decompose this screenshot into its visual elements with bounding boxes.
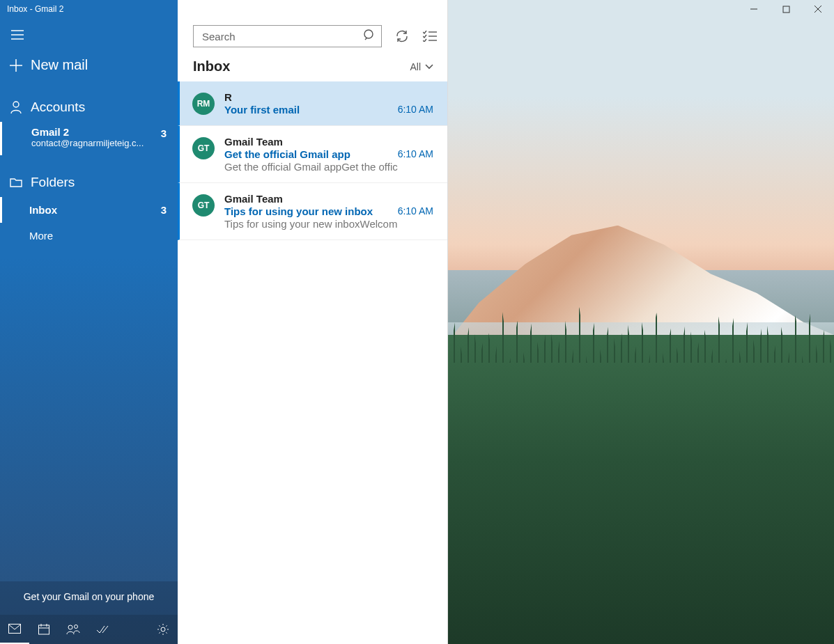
account-email: contact@ragnarmiljeteig.c... [31,138,168,148]
message-item[interactable]: RMRYour first email6:10 AM [178,81,447,126]
svg-point-15 [68,625,72,629]
folder-more-name: More [29,230,53,242]
folder-inbox-name: Inbox [29,204,57,216]
list-header: Inbox All [178,53,447,81]
accounts-label: Accounts [31,100,85,115]
message-sender: Gmail Team [224,136,433,148]
accounts-header[interactable]: Accounts [0,93,178,122]
select-mode-icon [423,31,437,42]
account-count: 3 [161,127,167,139]
svg-point-17 [161,627,165,631]
message-item[interactable]: GTGmail TeamGet the official Gmail appGe… [178,126,447,183]
avatar: GT [192,194,215,217]
new-mail-button[interactable]: New mail [0,49,178,81]
message-time: 6:10 AM [398,205,433,217]
sidebar: New mail Accounts Gmail 2 contact@ragnar… [0,0,178,644]
folder-inbox-count: 3 [161,204,167,216]
maximize-button[interactable] [770,0,802,18]
message-sender: R [224,91,433,103]
list-title: Inbox [193,58,230,74]
todo-icon [96,625,109,634]
minimize-button[interactable] [738,0,770,18]
message-time: 6:10 AM [398,148,433,159]
sync-icon [395,29,409,43]
message-preview: Tips for using your new inboxWelcom [224,218,433,230]
folder-inbox[interactable]: Inbox 3 [0,197,178,223]
chevron-down-icon [425,64,433,70]
select-mode-button[interactable] [422,29,438,44]
titlebar: Inbox - Gmail 2 [0,0,834,18]
search-icon[interactable] [363,29,376,44]
new-mail-label: New mail [31,57,88,73]
sync-button[interactable] [394,29,410,44]
svg-point-18 [364,30,373,38]
folders-label: Folders [31,175,75,190]
window-title: Inbox - Gmail 2 [0,1,70,17]
close-button[interactable] [802,0,834,18]
people-icon [66,624,80,635]
avatar: GT [192,137,215,159]
nav-people-button[interactable] [59,615,88,644]
close-icon [814,5,822,13]
maximize-icon [782,6,790,13]
minimize-icon [750,5,758,13]
svg-rect-1 [783,6,789,13]
search-input[interactable] [194,26,381,47]
svg-point-9 [13,102,19,107]
nav-calendar-button[interactable] [29,615,59,644]
message-list: RMRYour first email6:10 AMGTGmail TeamGe… [178,81,447,240]
account-name: Gmail 2 [31,126,168,138]
message-list-pane: Inbox All RMRYour first email6:10 AMGTGm… [178,0,448,644]
message-preview: Get the official Gmail appGet the offic [224,161,433,173]
hamburger-icon [11,30,24,40]
folder-icon [8,175,24,190]
nav-settings-button[interactable] [148,615,178,644]
promo-text: Get your Gmail on your phone [24,591,155,602]
folders-header[interactable]: Folders [0,168,178,197]
message-time: 6:10 AM [398,104,433,115]
plus-icon [8,58,24,73]
svg-point-16 [75,625,78,629]
bottom-nav [0,615,178,644]
background-image [448,0,834,644]
message-item[interactable]: GTGmail TeamTips for using your new inbo… [178,183,447,240]
person-icon [8,100,24,115]
svg-rect-11 [39,625,49,634]
svg-rect-10 [9,625,21,634]
message-sender: Gmail Team [224,193,433,205]
promo-banner[interactable]: Get your Gmail on your phone [0,581,178,615]
window-controls [738,0,834,18]
avatar: RM [192,93,215,115]
filter-dropdown[interactable]: All [410,61,433,72]
nav-mail-button[interactable] [0,615,29,644]
search-box[interactable] [193,25,382,47]
folder-more[interactable]: More [0,223,178,249]
hamburger-button[interactable] [0,21,35,49]
nav-todo-button[interactable] [88,615,117,644]
filter-label: All [410,61,421,72]
account-item[interactable]: Gmail 2 contact@ragnarmiljeteig.c... 3 [0,122,178,155]
calendar-icon [38,624,49,635]
mail-icon [8,624,21,634]
reading-pane [448,0,834,644]
gear-icon [157,623,169,636]
